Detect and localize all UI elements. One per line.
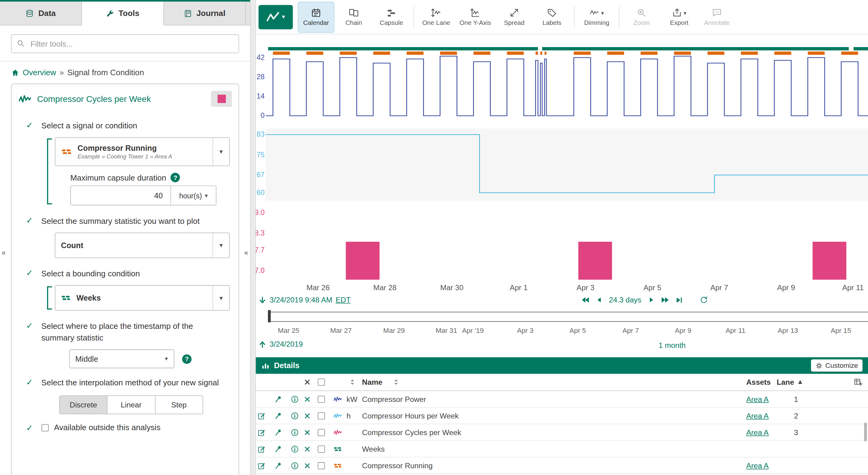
help-icon[interactable] [170,173,180,182]
running-capsule[interactable] [373,52,390,55]
y-axis-tick[interactable]: 0 [256,112,265,120]
asset-link[interactable]: Area A [746,411,769,420]
pin-icon[interactable] [275,395,282,403]
add-column-icon[interactable] [854,378,863,387]
help-icon[interactable] [182,354,191,364]
weeks-capsule[interactable] [854,47,868,50]
column-name[interactable]: Name [362,378,382,386]
interpolation-step-button[interactable]: Step [155,396,203,414]
toolbar-item-zoom[interactable]: Zoom [623,2,660,33]
toolbar-item-chain[interactable]: Chain [336,2,372,33]
weeks-capsule[interactable] [542,47,849,50]
filter-tools-input[interactable] [11,34,239,53]
running-capsule[interactable] [741,52,758,55]
edit-icon[interactable] [257,411,266,420]
toolbar-item-dimming[interactable]: Dimming [579,2,615,33]
pin-icon[interactable] [275,445,282,453]
interpolation-linear-button[interactable]: Linear [107,396,155,414]
running-capsule[interactable] [507,52,524,55]
collapse-sidebar-button[interactable] [244,249,248,257]
info-icon[interactable] [291,445,299,453]
running-capsule[interactable] [407,52,424,55]
range-start-label[interactable]: 3/24/2019 9:48 AM [270,296,332,304]
refresh-icon[interactable] [700,296,708,304]
available-outside-checkbox[interactable] [41,424,49,431]
view-mode-button[interactable] [258,5,293,29]
timeline-selected-range[interactable] [270,311,868,322]
edit-icon[interactable] [257,461,266,470]
timeline-left-handle[interactable] [268,310,271,322]
y-axis-tick[interactable]: 28 [256,72,265,81]
running-capsule[interactable] [536,52,538,55]
asset-link[interactable]: Area A [746,428,769,436]
trend-chart[interactable]: 4228140837567609.08.37.77.0Mar 26Mar 28M… [256,34,868,294]
info-icon[interactable] [291,395,299,403]
running-capsule[interactable] [340,52,356,55]
step-forward-full-button[interactable] [661,296,669,304]
sort-icon[interactable] [393,379,400,386]
item-name[interactable]: Compressor Cycles per Week [362,428,461,436]
toolbar-item-one-lane[interactable]: One Lane [418,2,455,33]
y-axis-tick[interactable]: 42 [256,53,265,62]
range-duration-label[interactable]: 24.3 days [609,296,642,304]
running-capsule[interactable] [674,52,691,55]
y-axis-tick[interactable]: 7.0 [256,267,265,275]
y-axis-tick[interactable]: 60 [256,188,265,197]
sort-icon[interactable] [349,379,356,386]
running-capsule[interactable] [808,52,825,55]
row-checkbox[interactable] [318,462,325,469]
step-forward-button[interactable] [647,296,654,303]
remove-icon[interactable] [304,462,311,469]
details-scrollbar[interactable] [864,422,867,441]
running-capsule[interactable] [306,52,323,55]
row-checkbox[interactable] [318,428,325,436]
y-axis-tick[interactable]: 14 [256,92,265,101]
toolbar-item-calendar[interactable]: Calendar [298,2,334,33]
item-name[interactable]: Compressor Hours per Week [362,411,459,420]
panel-divider[interactable] [250,0,256,475]
interpolation-discrete-button[interactable]: Discrete [60,396,108,414]
edit-icon[interactable] [257,428,266,436]
y-axis-tick[interactable]: 83 [256,130,265,139]
running-capsule[interactable] [273,52,290,55]
pin-icon[interactable] [275,428,282,436]
pin-icon[interactable] [275,412,282,419]
running-capsule[interactable] [440,52,457,55]
running-capsule[interactable] [708,52,724,55]
running-capsule[interactable] [607,52,624,55]
signal-select[interactable]: Compressor Running Example » Cooling Tow… [55,137,230,166]
edit-icon[interactable] [257,445,266,453]
remove-icon[interactable] [304,446,311,452]
cycles-bar[interactable] [346,242,380,280]
info-icon[interactable] [291,428,299,436]
duration-unit-select[interactable]: hour(s) [171,185,216,205]
breadcrumb-overview-link[interactable]: Overview [23,68,56,77]
running-capsule[interactable] [641,52,657,55]
compressor-power-series[interactable] [266,56,868,116]
row-checkbox[interactable] [318,395,325,403]
item-name[interactable]: Compressor Power [362,395,426,403]
toolbar-item-spread[interactable]: Spread [496,2,532,33]
home-icon[interactable] [11,68,19,77]
y-axis-tick[interactable]: 67 [256,171,265,180]
cycles-bar[interactable] [578,242,612,280]
info-icon[interactable] [291,411,299,420]
running-capsule[interactable] [574,52,591,55]
y-axis-tick[interactable]: 8.3 [256,229,265,237]
bounding-condition-select[interactable]: Weeks [55,285,230,311]
y-axis-tick[interactable]: 7.7 [256,246,265,255]
statistic-select[interactable]: Count [55,233,230,258]
row-checkbox[interactable] [318,412,325,419]
running-capsule[interactable] [540,52,542,55]
remove-icon[interactable] [304,412,311,419]
tab-data[interactable]: Data [0,2,82,25]
timezone-link[interactable]: EDT [336,296,351,304]
running-capsule[interactable] [841,52,858,55]
column-lane[interactable]: Lane [777,378,794,386]
y-axis-tick[interactable]: 75 [256,150,265,159]
toolbar-item-export[interactable]: Export [661,2,698,33]
step-back-button[interactable] [596,296,603,303]
toolbar-item-capsule[interactable]: Capsule [373,2,410,33]
row-checkbox[interactable] [318,445,325,452]
tab-journal[interactable]: Journal [164,2,246,25]
